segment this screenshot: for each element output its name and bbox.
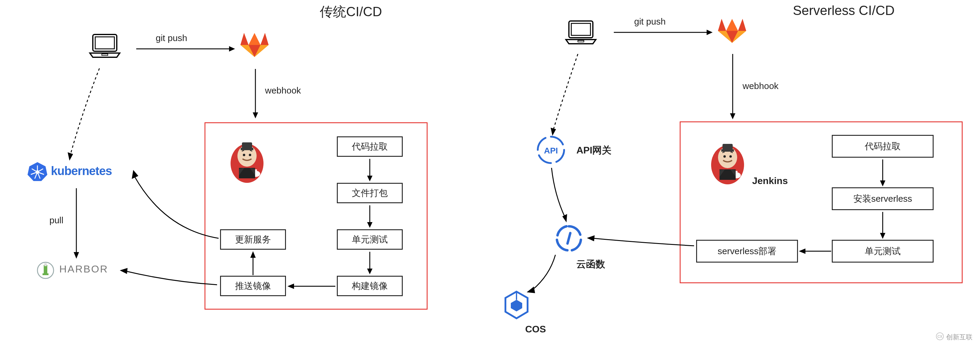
step-code-pull-right: 代码拉取 <box>832 135 934 158</box>
jenkins-label: Jenkins <box>752 175 788 187</box>
svg-text:CX: CX <box>937 334 943 339</box>
down-arrow-1 <box>366 159 374 182</box>
git-push-arrow <box>136 44 235 54</box>
harbor-label: HARBOR <box>59 263 108 275</box>
svg-marker-67 <box>562 214 567 222</box>
svg-marker-59 <box>718 19 726 31</box>
laptop-icon <box>87 32 123 62</box>
step-unit-test-right: 单元测试 <box>832 240 934 262</box>
down-arrow-2 <box>366 205 374 229</box>
step-update-service: 更新服务 <box>220 229 286 250</box>
svg-marker-27 <box>367 222 372 228</box>
dotted-arrow-laptop-k8s <box>65 68 107 163</box>
step-unit-test: 单元测试 <box>337 229 403 250</box>
step-serverless-deploy: serverless部署 <box>696 240 798 262</box>
jenkins-icon <box>228 139 266 185</box>
pull-arrow <box>72 188 81 260</box>
svg-marker-64 <box>730 113 735 119</box>
svg-point-18 <box>249 154 251 156</box>
git-push-arrow-right <box>614 28 713 38</box>
svg-marker-12 <box>253 112 258 118</box>
step-code-pull: 代码拉取 <box>337 136 403 157</box>
watermark-text: 创新互联 <box>946 333 972 342</box>
svg-marker-4 <box>229 46 235 51</box>
svg-marker-7 <box>240 33 248 45</box>
svg-marker-65 <box>550 128 556 136</box>
svg-marker-51 <box>120 268 127 274</box>
svg-text:API: API <box>544 146 558 155</box>
svg-marker-90 <box>587 235 595 241</box>
gitlab-icon-right <box>716 14 749 46</box>
webhook-arrow <box>251 69 260 120</box>
svg-marker-87 <box>880 233 885 239</box>
down-arrow-3 <box>366 252 374 275</box>
svg-point-77 <box>724 155 726 158</box>
step-file-pack: 文件打包 <box>337 183 403 203</box>
step-push-image: 推送镜像 <box>220 276 286 296</box>
arrow-update-to-k8s <box>129 169 220 243</box>
svg-marker-89 <box>799 248 805 254</box>
svg-line-68 <box>567 233 570 244</box>
svg-marker-29 <box>367 268 372 274</box>
svg-marker-56 <box>706 30 713 35</box>
svg-rect-2 <box>102 54 108 56</box>
right-title: Serverless CI/CD <box>793 3 895 18</box>
webhook-label: webhook <box>265 85 301 96</box>
svg-rect-53 <box>571 23 590 35</box>
arrow-deploy-to-func <box>587 235 695 248</box>
arrow-func-to-cos <box>525 255 558 298</box>
svg-marker-46 <box>74 252 79 259</box>
cloud-function-icon <box>554 223 584 254</box>
kubernetes-icon <box>27 161 48 184</box>
svg-marker-31 <box>288 284 294 289</box>
cos-label: COS <box>525 324 546 335</box>
kubernetes-label: kubernetes <box>51 164 112 178</box>
svg-marker-8 <box>261 33 269 45</box>
webhook-arrow-right <box>728 54 737 120</box>
git-push-label-right: git push <box>634 16 666 27</box>
cos-icon <box>503 290 530 321</box>
svg-point-78 <box>729 155 732 158</box>
watermark-icon: CX <box>936 332 944 342</box>
up-arrow-push-to-update <box>249 251 257 276</box>
laptop-icon-right <box>563 18 599 49</box>
svg-rect-76 <box>721 149 734 152</box>
pull-label: pull <box>49 215 64 225</box>
svg-rect-49 <box>43 273 49 275</box>
step-build-image: 构建镜像 <box>337 276 403 296</box>
svg-rect-50 <box>44 263 47 266</box>
jenkins-icon-right <box>708 141 747 187</box>
left-arrow-unit-to-deploy <box>799 247 831 256</box>
cloud-function-label: 云函数 <box>576 258 605 271</box>
svg-marker-71 <box>511 300 522 312</box>
svg-marker-85 <box>880 181 885 187</box>
down-arrow-r2 <box>879 212 886 240</box>
step-install-serverless: 安装serverless <box>832 187 934 210</box>
api-gateway-label: API网关 <box>576 144 611 157</box>
svg-marker-33 <box>250 251 256 258</box>
arrow-push-to-harbor <box>120 267 219 289</box>
git-push-label: git push <box>156 33 187 43</box>
svg-rect-16 <box>241 148 253 150</box>
left-title: 传统CI/CD <box>320 3 382 21</box>
dotted-arrow-laptop-api <box>548 54 584 137</box>
svg-rect-54 <box>578 40 584 42</box>
svg-marker-25 <box>367 176 372 181</box>
harbor-icon <box>37 261 54 281</box>
svg-marker-34 <box>68 152 73 161</box>
left-arrow-build-to-push <box>288 282 335 291</box>
webhook-label-right: webhook <box>743 81 778 91</box>
svg-marker-60 <box>738 19 746 31</box>
gitlab-icon <box>238 29 271 60</box>
svg-point-17 <box>243 154 245 156</box>
down-arrow-r1 <box>879 160 886 188</box>
arrow-api-to-func <box>549 168 573 224</box>
api-gateway-icon: API <box>536 135 566 166</box>
svg-rect-1 <box>95 37 115 49</box>
svg-rect-48 <box>44 265 47 274</box>
